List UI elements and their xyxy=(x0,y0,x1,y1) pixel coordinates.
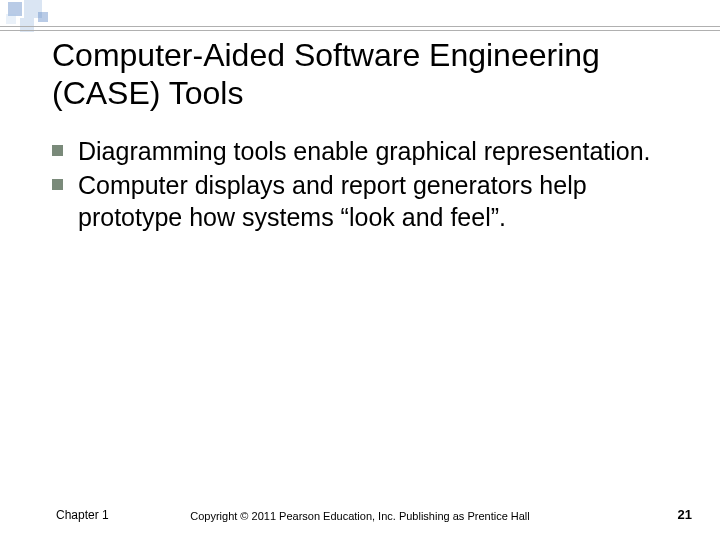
bullet-text: Diagramming tools enable graphical repre… xyxy=(78,137,651,165)
list-item: Diagramming tools enable graphical repre… xyxy=(52,135,692,167)
bullet-list: Diagramming tools enable graphical repre… xyxy=(52,135,692,233)
copyright-text: Copyright © 2011 Pearson Education, Inc.… xyxy=(0,510,720,522)
square-bullet-icon xyxy=(52,179,63,190)
corner-decoration xyxy=(0,0,720,40)
square-bullet-icon xyxy=(52,145,63,156)
bullet-text: Computer displays and report generators … xyxy=(78,171,587,231)
list-item: Computer displays and report generators … xyxy=(52,169,692,233)
page-number: 21 xyxy=(678,507,692,522)
slide-title: Computer-Aided Software Engineering (CAS… xyxy=(52,36,692,113)
slide-content: Computer-Aided Software Engineering (CAS… xyxy=(52,36,692,235)
